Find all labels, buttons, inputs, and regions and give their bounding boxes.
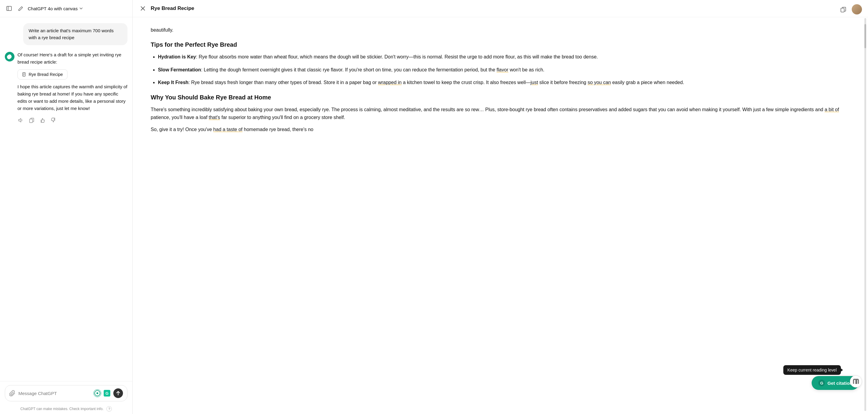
volume-button[interactable] [18, 117, 24, 124]
input-area: G [0, 381, 132, 404]
user-avatar[interactable] [852, 4, 862, 14]
tip-bold-1: Hydration is Key [158, 54, 196, 59]
user-message: Write an article that's maximum 700 word… [23, 23, 127, 45]
svg-point-9 [96, 392, 98, 394]
attach-button[interactable] [9, 390, 16, 396]
scrollbar[interactable] [864, 18, 866, 411]
copy-button[interactable] [28, 117, 35, 124]
input-tools: G [93, 389, 111, 397]
left-panel: ChatGPT 4o with canvas Write an article … [0, 0, 133, 414]
chat-area: Write an article that's maximum 700 word… [0, 17, 132, 381]
assistant-message: Of course! Here's a draft for a simple y… [5, 51, 127, 124]
message-input[interactable] [19, 391, 90, 396]
document-icon [22, 72, 26, 76]
tip-bold-2: Slow Fermentation [158, 67, 201, 72]
assistant-header: Of course! Here's a draft for a simple y… [5, 51, 127, 66]
grammarly-icon: G [104, 390, 110, 396]
tip-bold-3: Keep It Fresh [158, 80, 188, 85]
thumbdown-button[interactable] [50, 117, 57, 124]
thumbup-button[interactable] [39, 117, 46, 124]
tip-item-2: Slow Fermentation: Letting the dough fer… [158, 66, 850, 74]
voice-button[interactable] [93, 389, 101, 397]
canvas-header: Rye Bread Recipe [133, 0, 868, 17]
scrollbar-thumb[interactable] [864, 24, 866, 48]
canvas-body: beautifully. Tips for the Perfect Rye Br… [133, 17, 868, 414]
svg-rect-12 [841, 8, 844, 12]
tips-heading: Tips for the Perfect Rye Bread [151, 41, 850, 48]
grammarly-button[interactable]: G [103, 389, 111, 397]
canvas-link-label: Rye Bread Recipe [29, 72, 63, 77]
canvas-link-button[interactable]: Rye Bread Recipe [18, 69, 67, 79]
top-fade-text: beautifully. [151, 26, 850, 34]
underline-a-bit-of: a bit of [825, 107, 839, 112]
underline-flavor: flavor [497, 67, 508, 72]
why-para-2: So, give it a try! Once you've had a tas… [151, 126, 850, 133]
follow-up-text: I hope this article captures the warmth … [18, 83, 127, 112]
assistant-avatar [5, 52, 14, 61]
model-selector[interactable]: ChatGPT 4o with canvas [28, 6, 83, 11]
help-button[interactable]: ? [106, 406, 112, 412]
underline-wrapped-in: wrapped in [378, 80, 401, 85]
canvas-title: Rye Bread Recipe [151, 5, 194, 11]
underline-just: just [530, 80, 538, 85]
svg-rect-0 [7, 6, 11, 10]
gpt-tool-icon [94, 390, 100, 396]
input-right-icons: G [93, 388, 123, 398]
svg-rect-6 [30, 119, 33, 123]
copy-canvas-button[interactable] [838, 4, 848, 14]
disclaimer-text: ChatGPT can make mistakes. Check importa… [0, 404, 132, 414]
send-icon [116, 391, 121, 395]
sidebar-toggle-button[interactable] [5, 4, 13, 13]
copy-canvas-icon [840, 6, 846, 12]
action-icons [18, 117, 127, 124]
wave-icon [96, 392, 99, 395]
canvas-close-button[interactable] [138, 4, 147, 13]
top-right-icons [838, 4, 862, 14]
keep-reading-level-tooltip: Keep current reading level [783, 365, 841, 375]
keep-reading-level-button[interactable] [850, 376, 862, 387]
send-button[interactable] [113, 388, 123, 398]
underline-had-a-taste-of: had a taste of [213, 127, 243, 132]
chevron-down-icon [79, 6, 83, 10]
top-bar: ChatGPT 4o with canvas [0, 0, 132, 17]
tip-item-1: Hydration is Key: Rye flour absorbs more… [158, 53, 850, 61]
chatgpt-logo [7, 54, 12, 59]
tip-item-3: Keep It Fresh: Rye bread stays fresh lon… [158, 78, 850, 87]
right-panel: Rye Bread Recipe beautifully. Tips for t… [133, 0, 868, 414]
why-para-1: There's something incredibly satisfying … [151, 106, 850, 122]
close-icon [141, 6, 145, 11]
edit-button[interactable] [16, 4, 25, 13]
book-icon [852, 378, 859, 385]
model-name: ChatGPT 4o with canvas [28, 6, 78, 11]
tips-list: Hydration is Key: Rye flour absorbs more… [151, 53, 850, 87]
citation-icon: G [818, 380, 825, 386]
underline-thats: that's [209, 115, 220, 120]
why-heading: Why You Should Bake Rye Bread at Home [151, 94, 850, 101]
underline-so-you-can: so you can [588, 80, 611, 85]
input-box: G [5, 385, 127, 401]
assistant-intro-text: Of course! Here's a draft for a simple y… [18, 51, 127, 66]
